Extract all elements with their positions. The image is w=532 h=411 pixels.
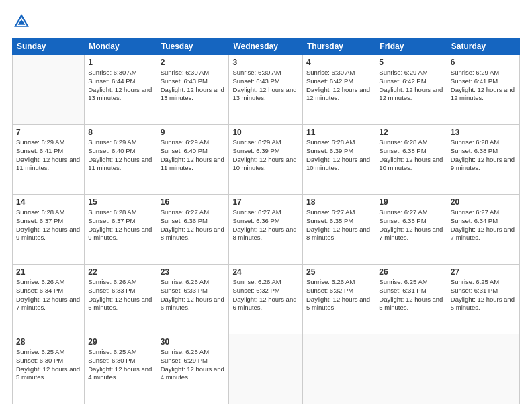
day-info: Sunrise: 6:26 AM Sunset: 6:33 PM Dayligh… [161,278,226,312]
day-cell: 28Sunrise: 6:25 AM Sunset: 6:30 PM Dayli… [13,334,85,404]
day-number: 11 [306,128,371,137]
col-header-saturday: Saturday [447,38,519,55]
week-row-4: 28Sunrise: 6:25 AM Sunset: 6:30 PM Dayli… [13,334,520,404]
day-info: Sunrise: 6:25 AM Sunset: 6:31 PM Dayligh… [451,278,516,312]
day-info: Sunrise: 6:28 AM Sunset: 6:39 PM Dayligh… [306,138,371,173]
day-cell: 21Sunrise: 6:26 AM Sunset: 6:34 PM Dayli… [13,265,85,334]
day-number: 17 [232,197,299,207]
day-cell: 16Sunrise: 6:27 AM Sunset: 6:36 PM Dayli… [157,195,229,265]
day-info: Sunrise: 6:30 AM Sunset: 6:43 PM Dayligh… [161,68,226,103]
day-number: 16 [161,197,226,207]
col-header-tuesday: Tuesday [157,38,229,55]
day-info: Sunrise: 6:29 AM Sunset: 6:42 PM Dayligh… [379,68,443,103]
day-info: Sunrise: 6:26 AM Sunset: 6:32 PM Dayligh… [306,278,371,312]
day-cell: 30Sunrise: 6:25 AM Sunset: 6:29 PM Dayli… [157,334,229,404]
col-header-friday: Friday [375,38,447,55]
day-cell: 29Sunrise: 6:25 AM Sunset: 6:30 PM Dayli… [85,334,157,404]
day-info: Sunrise: 6:29 AM Sunset: 6:40 PM Dayligh… [88,138,152,173]
day-info: Sunrise: 6:29 AM Sunset: 6:41 PM Dayligh… [451,68,516,103]
day-number: 19 [379,197,443,207]
day-cell: 10Sunrise: 6:29 AM Sunset: 6:39 PM Dayli… [229,125,303,195]
day-info: Sunrise: 6:25 AM Sunset: 6:30 PM Dayligh… [16,348,81,382]
day-cell: 11Sunrise: 6:28 AM Sunset: 6:39 PM Dayli… [303,125,375,195]
day-cell: 12Sunrise: 6:28 AM Sunset: 6:38 PM Dayli… [375,125,447,195]
day-number: 4 [306,58,371,67]
calendar-header-row: SundayMondayTuesdayWednesdayThursdayFrid… [13,38,520,55]
day-number: 21 [16,267,81,277]
day-cell: 1Sunrise: 6:30 AM Sunset: 6:44 PM Daylig… [85,55,157,125]
day-cell: 19Sunrise: 6:27 AM Sunset: 6:35 PM Dayli… [375,195,447,265]
day-info: Sunrise: 6:25 AM Sunset: 6:29 PM Dayligh… [161,348,226,382]
day-number: 18 [306,197,371,207]
day-cell: 17Sunrise: 6:27 AM Sunset: 6:36 PM Dayli… [229,195,303,265]
header [12,12,520,31]
day-info: Sunrise: 6:27 AM Sunset: 6:36 PM Dayligh… [161,208,226,242]
day-info: Sunrise: 6:30 AM Sunset: 6:43 PM Dayligh… [232,68,299,103]
day-cell [447,334,519,404]
calendar-table: SundayMondayTuesdayWednesdayThursdayFrid… [12,38,520,404]
day-cell: 5Sunrise: 6:29 AM Sunset: 6:42 PM Daylig… [375,55,447,125]
day-cell: 2Sunrise: 6:30 AM Sunset: 6:43 PM Daylig… [157,55,229,125]
day-number: 28 [16,337,81,347]
day-info: Sunrise: 6:25 AM Sunset: 6:30 PM Dayligh… [88,348,152,382]
page: SundayMondayTuesdayWednesdayThursdayFrid… [0,0,532,411]
day-info: Sunrise: 6:30 AM Sunset: 6:42 PM Dayligh… [306,68,371,103]
day-info: Sunrise: 6:26 AM Sunset: 6:33 PM Dayligh… [88,278,152,312]
week-row-2: 14Sunrise: 6:28 AM Sunset: 6:37 PM Dayli… [13,195,520,265]
day-info: Sunrise: 6:28 AM Sunset: 6:37 PM Dayligh… [88,208,152,242]
logo-icon [12,12,31,31]
day-number: 24 [232,267,299,277]
day-cell: 3Sunrise: 6:30 AM Sunset: 6:43 PM Daylig… [229,55,303,125]
day-info: Sunrise: 6:29 AM Sunset: 6:41 PM Dayligh… [16,138,81,173]
col-header-thursday: Thursday [303,38,375,55]
day-number: 23 [161,267,226,277]
day-info: Sunrise: 6:26 AM Sunset: 6:32 PM Dayligh… [232,278,299,312]
day-number: 25 [306,267,371,277]
day-number: 20 [451,197,516,207]
day-cell: 7Sunrise: 6:29 AM Sunset: 6:41 PM Daylig… [13,125,85,195]
day-info: Sunrise: 6:27 AM Sunset: 6:34 PM Dayligh… [451,208,516,242]
day-cell: 13Sunrise: 6:28 AM Sunset: 6:38 PM Dayli… [447,125,519,195]
day-info: Sunrise: 6:30 AM Sunset: 6:44 PM Dayligh… [88,68,152,103]
day-number: 9 [161,128,226,137]
day-cell: 23Sunrise: 6:26 AM Sunset: 6:33 PM Dayli… [157,265,229,334]
day-info: Sunrise: 6:28 AM Sunset: 6:38 PM Dayligh… [451,138,516,173]
day-cell: 25Sunrise: 6:26 AM Sunset: 6:32 PM Dayli… [303,265,375,334]
week-row-0: 1Sunrise: 6:30 AM Sunset: 6:44 PM Daylig… [13,55,520,125]
day-info: Sunrise: 6:29 AM Sunset: 6:40 PM Dayligh… [161,138,226,173]
day-cell [303,334,375,404]
week-row-3: 21Sunrise: 6:26 AM Sunset: 6:34 PM Dayli… [13,265,520,334]
day-number: 6 [451,58,516,67]
day-cell: 27Sunrise: 6:25 AM Sunset: 6:31 PM Dayli… [447,265,519,334]
day-cell [229,334,303,404]
day-number: 14 [16,197,81,207]
day-cell: 4Sunrise: 6:30 AM Sunset: 6:42 PM Daylig… [303,55,375,125]
logo [12,12,34,31]
day-info: Sunrise: 6:27 AM Sunset: 6:35 PM Dayligh… [306,208,371,242]
col-header-wednesday: Wednesday [229,38,303,55]
day-cell [13,55,85,125]
day-cell [375,334,447,404]
col-header-monday: Monday [85,38,157,55]
day-number: 30 [161,337,226,347]
day-info: Sunrise: 6:27 AM Sunset: 6:36 PM Dayligh… [232,208,299,242]
day-cell: 26Sunrise: 6:25 AM Sunset: 6:31 PM Dayli… [375,265,447,334]
day-number: 29 [88,337,152,347]
day-number: 13 [451,128,516,137]
day-number: 7 [16,128,81,137]
day-info: Sunrise: 6:28 AM Sunset: 6:38 PM Dayligh… [379,138,443,173]
day-cell: 18Sunrise: 6:27 AM Sunset: 6:35 PM Dayli… [303,195,375,265]
day-info: Sunrise: 6:26 AM Sunset: 6:34 PM Dayligh… [16,278,81,312]
day-number: 5 [379,58,443,67]
day-info: Sunrise: 6:29 AM Sunset: 6:39 PM Dayligh… [232,138,299,173]
day-number: 10 [232,128,299,137]
day-cell: 20Sunrise: 6:27 AM Sunset: 6:34 PM Dayli… [447,195,519,265]
day-number: 15 [88,197,152,207]
day-cell: 15Sunrise: 6:28 AM Sunset: 6:37 PM Dayli… [85,195,157,265]
day-info: Sunrise: 6:28 AM Sunset: 6:37 PM Dayligh… [16,208,81,242]
day-cell: 6Sunrise: 6:29 AM Sunset: 6:41 PM Daylig… [447,55,519,125]
day-cell: 9Sunrise: 6:29 AM Sunset: 6:40 PM Daylig… [157,125,229,195]
day-number: 3 [232,58,299,67]
day-cell: 24Sunrise: 6:26 AM Sunset: 6:32 PM Dayli… [229,265,303,334]
day-number: 22 [88,267,152,277]
